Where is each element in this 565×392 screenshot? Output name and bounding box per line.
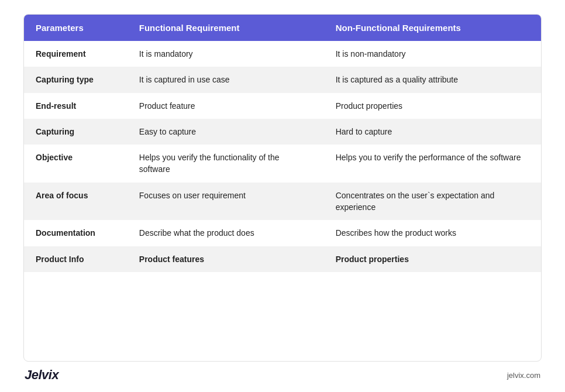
cell-functional: Describe what the product does [128,220,324,246]
col-header-functional: Functional Requirement [128,15,324,41]
table-row: CapturingEasy to captureHard to capture [24,119,541,145]
cell-param: Product Info [24,246,128,272]
table-row: Area of focusFocuses on user requirement… [24,183,541,221]
cell-param: Capturing type [24,67,128,92]
cell-functional: Easy to capture [128,119,324,145]
cell-nonfunctional: It is captured as a quality attribute [324,67,541,92]
cell-nonfunctional: Describes how the product works [324,220,541,246]
cell-nonfunctional: It is non-mandatory [324,41,541,67]
col-header-nonfunctional: Non-Functional Requirements [324,15,541,41]
cell-param: Objective [24,145,128,183]
brand-logo: Jelvix [25,367,58,383]
cell-functional: Product features [128,246,324,272]
cell-nonfunctional: Product properties [324,246,541,272]
cell-param: End-result [24,93,128,119]
table-row: DocumentationDescribe what the product d… [24,220,541,246]
cell-nonfunctional: Helps you to verify the performance of t… [324,145,541,183]
cell-functional: Helps you verify the functionality of th… [128,145,324,183]
col-header-parameters: Parameters [24,15,128,41]
cell-functional: Focuses on user requirement [128,183,324,221]
table-row: ObjectiveHelps you verify the functional… [24,145,541,183]
cell-nonfunctional: Hard to capture [324,119,541,145]
page-footer: Jelvix jelvix.com [23,367,542,383]
comparison-table: Parameters Functional Requirement Non-Fu… [24,15,541,272]
table-row: Capturing typeIt is captured in use case… [24,67,541,92]
page-wrapper: Parameters Functional Requirement Non-Fu… [0,0,565,392]
cell-functional: It is captured in use case [128,67,324,92]
cell-param: Capturing [24,119,128,145]
cell-param: Requirement [24,41,128,67]
table-row: Product InfoProduct featuresProduct prop… [24,246,541,272]
table-row: End-resultProduct featureProduct propert… [24,93,541,119]
comparison-table-container: Parameters Functional Requirement Non-Fu… [23,14,542,362]
cell-param: Area of focus [24,183,128,221]
cell-param: Documentation [24,220,128,246]
table-header-row: Parameters Functional Requirement Non-Fu… [24,15,541,41]
brand-url: jelvix.com [507,371,540,380]
cell-nonfunctional: Concentrates on the user`s expectation a… [324,183,541,221]
table-row: RequirementIt is mandatoryIt is non-mand… [24,41,541,67]
cell-nonfunctional: Product properties [324,93,541,119]
cell-functional: Product feature [128,93,324,119]
cell-functional: It is mandatory [128,41,324,67]
